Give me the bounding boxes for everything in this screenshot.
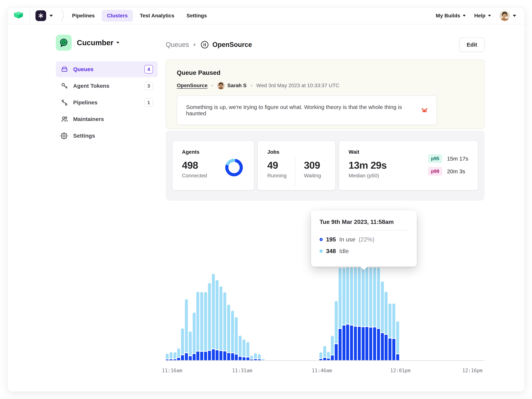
chart-bar[interactable] bbox=[189, 331, 192, 360]
nav-item-test-analytics[interactable]: Test Analytics bbox=[135, 10, 180, 22]
chart-bar[interactable] bbox=[247, 342, 249, 360]
sidebar-item-maintainers[interactable]: Maintainers bbox=[56, 111, 158, 127]
sidebar-item-pipelines[interactable]: Pipelines1 bbox=[56, 95, 158, 110]
chart-bar[interactable] bbox=[339, 268, 342, 360]
idle-segment bbox=[177, 348, 180, 357]
chart-bar[interactable] bbox=[369, 267, 372, 360]
in-use-segment bbox=[323, 358, 326, 360]
chart-bar[interactable] bbox=[223, 292, 226, 360]
in-use-segment bbox=[350, 325, 353, 360]
chart-bar[interactable] bbox=[227, 305, 230, 360]
chart-bar[interactable] bbox=[381, 282, 384, 360]
buildkite-logo-icon[interactable] bbox=[14, 12, 23, 20]
agents-chart: Tue 9th Mar 2023, 11:58am 195In use(22%)… bbox=[166, 201, 485, 385]
cluster-switcher[interactable]: Cucumber bbox=[77, 39, 119, 47]
chart-bar[interactable] bbox=[319, 352, 322, 360]
chart-bar-hovered[interactable] bbox=[362, 267, 365, 360]
chart-bar[interactable] bbox=[219, 286, 222, 360]
chart-bar[interactable] bbox=[204, 292, 207, 360]
nav-item-settings[interactable]: Settings bbox=[181, 10, 212, 22]
chart-bar[interactable] bbox=[170, 352, 172, 360]
chart-bar[interactable] bbox=[258, 354, 261, 360]
idle-segment bbox=[173, 352, 176, 358]
chart-bar[interactable] bbox=[185, 299, 188, 360]
percentile-row: p9515m 17s bbox=[428, 154, 468, 163]
chevron-right-icon bbox=[194, 43, 196, 46]
chart-bar[interactable] bbox=[377, 267, 380, 360]
breadcrumb-queues-link[interactable]: Queues bbox=[166, 41, 189, 49]
sidebar-item-settings[interactable]: Settings bbox=[56, 128, 158, 144]
sidebar-item-queues[interactable]: Queues4 bbox=[56, 61, 158, 77]
edit-button[interactable]: Edit bbox=[459, 38, 485, 52]
chart-bar[interactable] bbox=[388, 304, 392, 360]
jobs-waiting-count: 309 bbox=[304, 159, 321, 171]
chart-bar[interactable] bbox=[354, 267, 357, 360]
chart-bar[interactable] bbox=[358, 267, 361, 360]
jobs-running-count: 49 bbox=[267, 159, 286, 171]
chart-bar[interactable] bbox=[385, 292, 387, 360]
paused-note-text: Something is up, we're trying to figure … bbox=[186, 104, 420, 117]
sidebar-item-label: Pipelines bbox=[73, 99, 98, 106]
chart-bar[interactable] bbox=[323, 346, 326, 360]
idle-segment bbox=[346, 267, 349, 324]
idle-segment bbox=[373, 267, 376, 327]
chart-bar[interactable] bbox=[212, 274, 215, 360]
chart-bar[interactable] bbox=[262, 359, 265, 360]
help-menu[interactable]: Help bbox=[474, 13, 491, 19]
nav-item-clusters[interactable]: Clusters bbox=[102, 10, 133, 22]
chart-bar[interactable] bbox=[346, 267, 349, 360]
chart-bar[interactable] bbox=[335, 301, 338, 360]
chart-bar[interactable] bbox=[235, 317, 238, 360]
chart-bar[interactable] bbox=[250, 356, 253, 360]
in-use-segment bbox=[200, 352, 203, 360]
idle-segment bbox=[358, 267, 361, 326]
nav-item-pipelines[interactable]: Pipelines bbox=[67, 10, 100, 22]
idle-segment bbox=[354, 267, 357, 326]
idle-segment bbox=[396, 321, 399, 353]
chart-bar[interactable] bbox=[231, 311, 234, 360]
org-switcher[interactable] bbox=[30, 7, 58, 24]
tooltip-value: 348 bbox=[326, 248, 336, 254]
chart-bar[interactable] bbox=[254, 353, 257, 360]
percentile-row: p9920m 3s bbox=[428, 167, 468, 176]
in-use-segment bbox=[388, 338, 392, 360]
in-use-segment bbox=[227, 353, 230, 360]
dot-separator bbox=[211, 85, 213, 86]
chart-bar[interactable] bbox=[173, 352, 176, 360]
chart-bar[interactable] bbox=[342, 268, 345, 360]
chart-bar[interactable] bbox=[196, 292, 199, 360]
chart-bar[interactable] bbox=[350, 267, 353, 360]
chart-bar[interactable] bbox=[331, 336, 334, 360]
p95-value: 15m 17s bbox=[447, 156, 468, 162]
chart-bar[interactable] bbox=[392, 304, 395, 360]
sidebar-item-label: Queues bbox=[73, 66, 94, 72]
chart-bar[interactable] bbox=[239, 336, 242, 360]
my-builds-menu[interactable]: My Builds bbox=[436, 13, 466, 19]
sidebar-item-agent-tokens[interactable]: Agent Tokens3 bbox=[56, 78, 158, 94]
chart-bar[interactable] bbox=[215, 280, 219, 360]
x-axis-tick-label: 11:46am bbox=[312, 368, 332, 373]
chart-bar[interactable] bbox=[200, 292, 203, 360]
chart-bar[interactable] bbox=[208, 283, 211, 360]
chart-bar[interactable] bbox=[373, 267, 376, 360]
org-avatar[interactable] bbox=[35, 10, 46, 21]
idle-segment bbox=[223, 292, 226, 351]
in-use-segment bbox=[242, 357, 246, 360]
chart-bar[interactable] bbox=[365, 267, 368, 360]
queue-link[interactable]: OpenSource bbox=[177, 82, 208, 89]
x-axis: 11:16am11:31am11:46am12:01pm12:16pm bbox=[166, 368, 485, 375]
idle-segment bbox=[227, 305, 230, 352]
user-menu[interactable] bbox=[500, 11, 516, 21]
chart-bar[interactable] bbox=[242, 340, 246, 360]
chart-bar[interactable] bbox=[166, 354, 169, 360]
chart-bar[interactable] bbox=[177, 348, 180, 360]
tooltip-note: (22%) bbox=[359, 236, 374, 243]
chart-bar[interactable] bbox=[193, 313, 196, 360]
divider bbox=[295, 156, 295, 186]
avatar[interactable] bbox=[500, 11, 510, 21]
chart-bar[interactable] bbox=[181, 329, 184, 360]
in-use-segment bbox=[212, 349, 215, 360]
chart-bar[interactable] bbox=[327, 352, 330, 360]
in-use-segment bbox=[250, 360, 253, 360]
chart-bar[interactable] bbox=[396, 321, 399, 360]
